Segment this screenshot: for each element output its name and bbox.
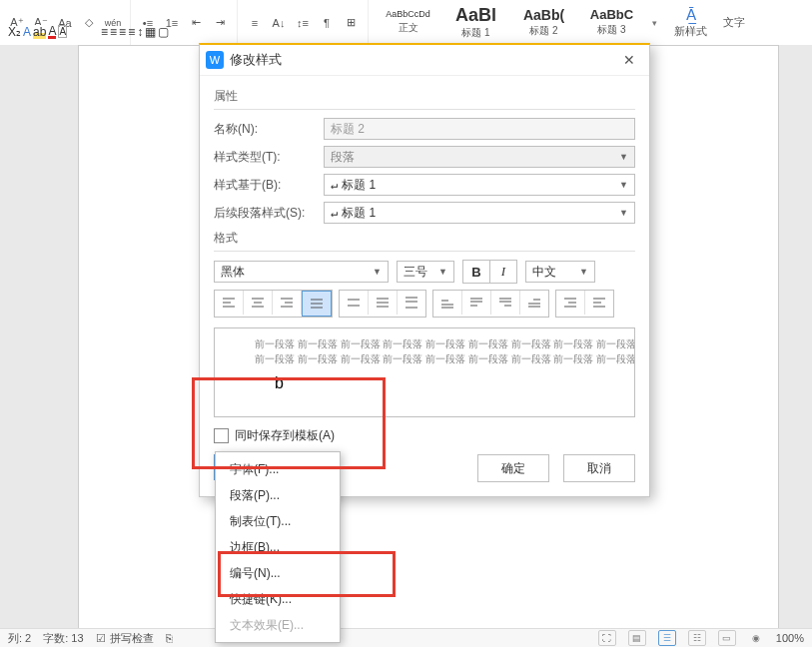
sort-icon[interactable]: A↓ [268, 12, 290, 34]
view-outline-icon[interactable]: ☷ [688, 630, 706, 646]
style-gallery-more[interactable]: ▾ [646, 2, 662, 44]
style-gallery: AaBbCcDd 正文 AaBl 标题 1 AaBb( 标题 2 AaBbC 标… [369, 0, 749, 45]
menu-tabs[interactable]: 制表位(T)... [216, 508, 340, 534]
new-style-icon: Ā̲ [686, 6, 696, 24]
para-before-dec-button[interactable] [462, 291, 491, 315]
indent-dec-button[interactable] [585, 291, 613, 315]
para-after-dec-button[interactable] [520, 291, 548, 315]
follow-label: 后续段落样式(S): [214, 205, 324, 222]
status-bar: 列: 2 字数: 13 ☑ 拼写检查 ⎘ ⛶ ▤ ☰ ☷ ▭ ◉ 100% [0, 628, 812, 647]
align-right-button[interactable] [273, 291, 302, 315]
app-icon: W [206, 51, 224, 69]
chevron-down-icon: ▼ [438, 267, 447, 277]
name-label: 名称(N): [214, 121, 324, 138]
align-center-icon[interactable]: ≡ [110, 25, 117, 39]
format-dropdown-menu: 字体(F)... 段落(P)... 制表位(T)... 边框(B)... 编号(… [215, 451, 341, 643]
menu-text-effect: 文本效果(E)... [216, 612, 340, 638]
spell-check-icon: ☑ [96, 632, 106, 645]
ribbon-row2: X₂ A ab A A ≡ ≡ ≡ ≡ ↕ ▦ ▢ [0, 24, 177, 39]
view-read-icon[interactable]: ▤ [628, 630, 646, 646]
font-color2-icon[interactable]: A [48, 24, 56, 39]
view-print-icon[interactable]: ☰ [658, 630, 676, 646]
chevron-down-icon: ▼ [619, 208, 628, 218]
ok-button[interactable]: 确定 [477, 454, 549, 482]
line-space-icon[interactable]: ↕ [137, 25, 143, 39]
preview-box: 前一段落 前一段落 前一段落 前一段落 前一段落 前一段落 前一段落 前一段落 … [214, 327, 635, 417]
spacing-1-button[interactable] [340, 291, 369, 315]
status-col: 列: 2 [8, 631, 31, 646]
align-dist-icon[interactable]: ≡ [244, 12, 266, 34]
type-combo: 段落▼ [324, 146, 635, 168]
align-justify-icon[interactable]: ≡ [128, 25, 135, 39]
preview-sample: b [275, 374, 620, 392]
text-style-button[interactable]: 文字 [719, 15, 749, 30]
borders-icon[interactable]: ▢ [158, 25, 169, 39]
menu-paragraph[interactable]: 段落(P)... [216, 482, 340, 508]
bold-italic-group: B I [462, 260, 517, 284]
para-after-inc-button[interactable] [491, 291, 520, 315]
new-style-button[interactable]: Ā̲ 新样式 [663, 6, 718, 39]
style-item-normal[interactable]: AaBbCcDd 正文 [375, 2, 441, 44]
shading-icon[interactable]: ▦ [145, 25, 156, 39]
align-right-icon[interactable]: ≡ [119, 25, 126, 39]
modify-style-dialog: W 修改样式 ✕ 属性 名称(N): 样式类型(T): 段落▼ 样式基于(B):… [199, 43, 650, 497]
italic-button[interactable]: I [490, 261, 516, 283]
subscript-icon[interactable]: X₂ [8, 25, 21, 39]
menu-shortcut[interactable]: 快捷键(K)... [216, 586, 340, 612]
font-combo[interactable]: 黑体▼ [214, 261, 389, 283]
spell-check-toggle[interactable]: ☑ 拼写检查 [96, 631, 154, 646]
name-field[interactable] [324, 118, 635, 140]
follow-combo[interactable]: ↵标题 1▼ [324, 202, 635, 224]
style-item-h2[interactable]: AaBb( 标题 2 [510, 2, 577, 44]
ribbon: A⁺ A⁻ Aa ◇ wén •≡ 1≡ ⇤ ⇥ ≡ A↓ ↕≡ ¶ ⊞ AaB… [0, 0, 812, 46]
font-color-icon[interactable]: A [23, 25, 31, 39]
align-left-icon[interactable]: ≡ [101, 25, 108, 39]
char-border-icon[interactable]: A [58, 25, 67, 38]
cancel-button[interactable]: 取消 [563, 454, 635, 482]
view-web-icon[interactable]: ▭ [718, 630, 736, 646]
type-label: 样式类型(T): [214, 149, 324, 166]
indent-inc-icon[interactable]: ⇥ [209, 12, 231, 34]
chevron-down-icon: ▼ [619, 152, 628, 162]
dialog-titlebar: W 修改样式 ✕ [200, 45, 649, 76]
align-center-button[interactable] [244, 291, 273, 315]
lang-combo[interactable]: 中文▼ [525, 261, 595, 283]
menu-border[interactable]: 边框(B)... [216, 534, 340, 560]
align-left-button[interactable] [215, 291, 244, 315]
chevron-down-icon: ▼ [373, 267, 382, 277]
style-item-h3[interactable]: AaBbC 标题 3 [578, 2, 645, 44]
section-format-label: 格式 [214, 230, 635, 247]
close-button[interactable]: ✕ [615, 49, 643, 71]
spacing-1-5-button[interactable] [369, 291, 398, 315]
para-segment2: ≡ A↓ ↕≡ ¶ ⊞ [238, 0, 369, 45]
base-label: 样式基于(B): [214, 177, 324, 194]
marks-icon[interactable]: ¶ [316, 12, 338, 34]
status-word-count[interactable]: 字数: 13 [43, 631, 83, 646]
section-props-label: 属性 [214, 88, 635, 105]
style-item-h1[interactable]: AaBl 标题 1 [442, 2, 509, 44]
zoom-level[interactable]: 100% [776, 632, 804, 644]
view-fullscreen-icon[interactable]: ⛶ [598, 630, 616, 646]
spacing-2-button[interactable] [398, 291, 425, 315]
chevron-down-icon: ▼ [619, 180, 628, 190]
save-template-label: 同时保存到模板(A) [235, 427, 335, 444]
indent-inc-button[interactable] [556, 291, 585, 315]
dialog-title: 修改样式 [230, 51, 615, 69]
highlight-icon[interactable]: ab [33, 25, 46, 39]
menu-numbering[interactable]: 编号(N)... [216, 560, 340, 586]
size-combo[interactable]: 三号▼ [397, 261, 454, 283]
save-template-checkbox[interactable] [214, 428, 229, 443]
doc-check-icon[interactable]: ⎘ [166, 632, 173, 644]
align-justify-button[interactable] [302, 291, 332, 317]
line-spacing-icon[interactable]: ↕≡ [292, 12, 314, 34]
base-combo[interactable]: ↵标题 1▼ [324, 174, 635, 196]
tab-icon[interactable]: ⊞ [340, 12, 362, 34]
chevron-down-icon: ▼ [579, 267, 588, 277]
indent-dec-icon[interactable]: ⇤ [185, 12, 207, 34]
menu-font[interactable]: 字体(F)... [216, 456, 340, 482]
bold-button[interactable]: B [463, 261, 490, 283]
para-before-inc-button[interactable] [433, 291, 462, 315]
eye-mode-icon[interactable]: ◉ [748, 631, 764, 645]
